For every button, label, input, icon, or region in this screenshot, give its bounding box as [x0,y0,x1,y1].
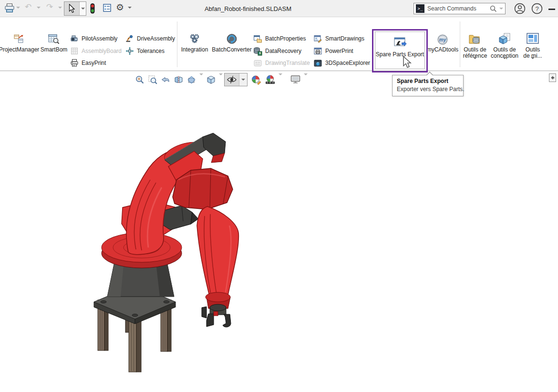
help-button[interactable]: ? [531,3,543,14]
outils-conception-button[interactable]: Outils de conception [490,29,519,66]
projectmanager-icon [13,33,25,45]
datarecovery-button[interactable]: X DataRecovery [253,45,301,57]
sparepartsexport-label: Spare Parts Export [375,51,424,58]
batchconverter-button[interactable]: BatchConverter [210,29,253,53]
edit-appearance-icon [251,74,262,85]
chevron-down-icon[interactable] [473,57,477,66]
assemblyboard-button: AssemblyBoard [70,45,122,57]
driveassembly-icon [125,34,134,43]
drawingtranslate-label: DrawingTranslate [265,60,310,66]
drawingtranslate-icon [253,59,262,68]
mycadtools-ribbon: ProjectManager SmartBom P [0,18,558,71]
section-view-button[interactable] [172,74,185,86]
tolerances-button[interactable]: Tolerances [125,45,165,57]
svg-text:X: X [259,52,261,55]
view-orientation-dropdown[interactable] [217,75,224,84]
smartbom-icon [48,33,60,45]
account-button[interactable] [514,3,526,14]
batchconverter-icon [226,33,238,45]
datarecovery-label: DataRecovery [265,48,301,54]
view-settings-monitor-icon [290,75,301,84]
integration-button[interactable]: Integration [180,29,209,53]
svg-text:my: my [439,37,446,42]
integration-label: Integration [180,47,209,53]
zoom-to-fit-button[interactable] [134,74,146,86]
graphics-viewport[interactable] [0,72,558,392]
spaceexplorer-label: 3DSpaceExplorer [325,60,370,66]
search-commands-box[interactable]: >_ [413,3,506,14]
sparepartsexport-icon [393,37,407,49]
solidworks-window: ↶ ↷ [0,0,558,392]
view-selector-button[interactable] [185,74,198,86]
display-style-eye-icon [227,75,237,84]
batchproperties-icon [253,34,262,43]
sparepartsexport-tooltip: Spare Parts Export Exporter vers Spare P… [392,75,464,96]
pilotassembly-label: PilotAssembly [82,35,117,42]
powerprint-button[interactable]: PowerPrint [313,45,353,57]
title-bar: ↶ ↷ [0,0,558,17]
spaceexplorer-icon [313,59,322,68]
zoom-to-area-button[interactable] [146,74,159,86]
spaceexplorer-button[interactable]: 3DSpaceExplorer [313,57,370,69]
group-separator [460,21,460,67]
smartdrawings-label: SmartDrawings [325,35,364,42]
chevron-down-icon[interactable] [531,57,535,66]
collapse-pane-button[interactable] [549,73,556,82]
assemblyboard-label: AssemblyBoard [82,48,122,54]
projectmanager-label: ProjectManager [0,47,40,53]
view-settings-button[interactable] [289,74,302,85]
apply-scene-dropdown[interactable] [277,75,284,84]
view-settings-dropdown[interactable] [302,75,309,84]
smartbom-label: SmartBom [40,47,68,53]
command-prompt-icon: >_ [416,4,424,13]
outils-reference-button[interactable]: Outils de référence [461,29,489,66]
sparepartsexport-button[interactable]: Spare Parts Export [375,31,425,69]
group-separator [177,21,177,67]
view-selector-icon [186,75,196,85]
display-style-dropdown[interactable] [239,73,247,86]
view-selector-dropdown[interactable] [198,75,205,84]
apply-scene-button[interactable] [263,73,277,86]
minimize-button[interactable] [548,9,555,10]
view-orientation-button[interactable] [205,74,217,86]
tooltip-title: Spare Parts Export [397,78,459,84]
batchproperties-button[interactable]: BatchProperties [253,33,306,44]
edit-appearance-button[interactable] [249,73,263,86]
mycadtools-button[interactable]: my myCADtools [426,29,459,53]
layout-tools-icon [526,32,540,45]
powerprint-label: PowerPrint [325,48,353,54]
search-dropdown-icon[interactable] [499,8,503,10]
batchconverter-label: BatchConverter [210,47,253,53]
chevron-down-icon[interactable] [503,57,506,66]
smartdrawings-button[interactable]: SmartDrawings [313,33,364,44]
minimize-icon [548,9,555,10]
datarecovery-icon: X [253,47,262,56]
zoom-to-area-icon [148,75,158,85]
drawingtranslate-button: DrawingTranslate [253,57,310,69]
smartbom-button[interactable]: SmartBom [40,29,68,53]
projectmanager-button[interactable]: ProjectManager [0,29,40,53]
tolerances-label: Tolerances [137,48,165,54]
previous-view-icon [161,75,171,85]
driveassembly-button[interactable]: DriveAssembly [125,33,175,44]
pilotassembly-icon [70,34,79,43]
easyprint-button[interactable]: EasyPrint [70,57,106,69]
smartdrawings-icon [313,34,322,43]
outils-mi-button[interactable]: Outils de mi... [520,29,545,66]
robot-arm-model[interactable] [88,130,248,383]
mycadtools-label: myCADtools [426,47,459,53]
headsup-view-toolbar [134,72,309,87]
zoom-to-fit-icon [135,75,145,85]
powerprint-icon [313,47,322,56]
previous-view-button[interactable] [159,74,172,86]
tooltip-body: Exporter vers Spare Parts. [397,86,459,93]
pilotassembly-button[interactable]: PilotAssembly [70,33,117,44]
search-icon[interactable] [490,5,497,12]
user-icon [514,3,526,14]
mycadtools-icon: my [437,34,448,45]
driveassembly-label: DriveAssembly [137,35,175,42]
display-style-button[interactable] [224,73,248,86]
search-input[interactable] [427,5,490,12]
batchproperties-label: BatchProperties [265,35,306,42]
reference-tools-icon [468,32,482,45]
